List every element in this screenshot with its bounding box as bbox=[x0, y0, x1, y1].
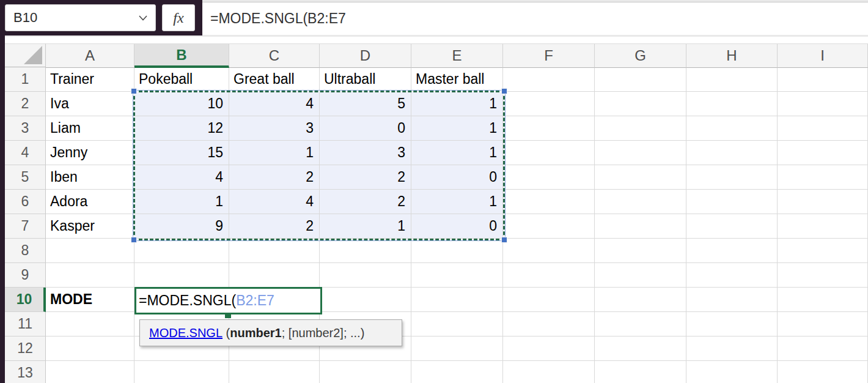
cell-I6[interactable] bbox=[778, 190, 868, 214]
cell-D4[interactable]: 3 bbox=[320, 141, 411, 165]
cell-E6[interactable]: 1 bbox=[411, 190, 503, 214]
cell-A5[interactable]: Iben bbox=[46, 165, 134, 190]
row-header-2[interactable]: 2 bbox=[5, 92, 46, 116]
cell-C3[interactable]: 3 bbox=[229, 116, 320, 141]
cell-E13[interactable] bbox=[411, 361, 503, 383]
cell-C7[interactable]: 2 bbox=[229, 214, 320, 239]
cell-F4[interactable] bbox=[503, 141, 595, 165]
cell-A4[interactable]: Jenny bbox=[46, 141, 134, 165]
cell-I11[interactable] bbox=[778, 312, 868, 337]
cell-C2[interactable]: 4 bbox=[229, 92, 320, 116]
cell-A12[interactable] bbox=[46, 337, 134, 361]
cell-H12[interactable] bbox=[686, 337, 778, 361]
cell-I9[interactable] bbox=[778, 263, 868, 288]
cell-H6[interactable] bbox=[686, 190, 778, 214]
cell-I13[interactable] bbox=[778, 361, 868, 383]
cell-C1[interactable]: Great ball bbox=[229, 67, 320, 92]
cell-B4[interactable]: 15 bbox=[134, 141, 229, 165]
cell-B2[interactable]: 10 bbox=[134, 92, 229, 116]
row-header-11[interactable]: 11 bbox=[5, 312, 46, 337]
cell-H3[interactable] bbox=[686, 116, 778, 141]
cell-G12[interactable] bbox=[595, 337, 686, 361]
cell-E9[interactable] bbox=[411, 263, 503, 288]
cell-E1[interactable]: Master ball bbox=[411, 67, 503, 92]
cell-F5[interactable] bbox=[503, 165, 595, 190]
name-box[interactable]: B10 bbox=[5, 4, 156, 31]
column-header-G[interactable]: G bbox=[595, 44, 686, 68]
cell-E11[interactable] bbox=[411, 312, 503, 337]
cell-F12[interactable] bbox=[503, 337, 595, 361]
row-header-5[interactable]: 5 bbox=[5, 165, 46, 190]
row-header-10[interactable]: 10 bbox=[5, 288, 46, 312]
cell-D3[interactable]: 0 bbox=[320, 116, 411, 141]
function-help-link[interactable]: MODE.SNGL bbox=[149, 326, 223, 340]
column-header-B[interactable]: B bbox=[134, 44, 229, 68]
cell-B1[interactable]: Pokeball bbox=[134, 67, 229, 92]
cell-H1[interactable] bbox=[686, 67, 778, 92]
cell-F6[interactable] bbox=[503, 190, 595, 214]
cell-D6[interactable]: 2 bbox=[320, 190, 411, 214]
cell-A9[interactable] bbox=[46, 263, 134, 288]
insert-function-button[interactable]: fx bbox=[162, 4, 195, 31]
cell-fill-handle[interactable] bbox=[225, 313, 231, 318]
chevron-down-icon[interactable] bbox=[138, 15, 148, 21]
cell-A1[interactable]: Trainer bbox=[46, 67, 134, 92]
cell-D9[interactable] bbox=[320, 263, 411, 288]
cell-E3[interactable]: 1 bbox=[411, 116, 503, 141]
cell-F2[interactable] bbox=[503, 92, 595, 116]
cell-A8[interactable] bbox=[46, 239, 134, 263]
cell-G1[interactable] bbox=[595, 67, 686, 92]
cell-D13[interactable] bbox=[320, 361, 411, 383]
column-header-F[interactable]: F bbox=[503, 44, 595, 68]
cell-F10[interactable] bbox=[503, 288, 595, 312]
cell-A6[interactable]: Adora bbox=[46, 190, 134, 214]
cell-H11[interactable] bbox=[686, 312, 778, 337]
cell-E2[interactable]: 1 bbox=[411, 92, 503, 116]
row-header-7[interactable]: 7 bbox=[5, 214, 46, 239]
column-header-H[interactable]: H bbox=[686, 44, 778, 68]
cell-A13[interactable] bbox=[46, 361, 134, 383]
cell-A2[interactable]: Iva bbox=[46, 92, 134, 116]
cell-I1[interactable] bbox=[778, 67, 868, 92]
cell-I5[interactable] bbox=[778, 165, 868, 190]
cell-F3[interactable] bbox=[503, 116, 595, 141]
cell-G11[interactable] bbox=[595, 312, 686, 337]
cell-D10[interactable] bbox=[320, 288, 411, 312]
cell-B3[interactable]: 12 bbox=[134, 116, 229, 141]
cell-C4[interactable]: 1 bbox=[229, 141, 320, 165]
cell-D5[interactable]: 2 bbox=[320, 165, 411, 190]
cell-B5[interactable]: 4 bbox=[134, 165, 229, 190]
cell-G7[interactable] bbox=[595, 214, 686, 239]
cell-H7[interactable] bbox=[686, 214, 778, 239]
cell-C6[interactable]: 4 bbox=[229, 190, 320, 214]
cell-F7[interactable] bbox=[503, 214, 595, 239]
cell-D2[interactable]: 5 bbox=[320, 92, 411, 116]
cell-I12[interactable] bbox=[778, 337, 868, 361]
cell-H10[interactable] bbox=[686, 288, 778, 312]
row-header-6[interactable]: 6 bbox=[5, 190, 46, 214]
row-header-12[interactable]: 12 bbox=[5, 337, 46, 361]
cell-A7[interactable]: Kasper bbox=[46, 214, 134, 239]
cell-F8[interactable] bbox=[503, 239, 595, 263]
column-header-C[interactable]: C bbox=[229, 44, 320, 68]
cell-G3[interactable] bbox=[595, 116, 686, 141]
column-header-E[interactable]: E bbox=[411, 44, 503, 68]
row-header-3[interactable]: 3 bbox=[5, 116, 46, 141]
cell-G5[interactable] bbox=[595, 165, 686, 190]
cell-F1[interactable] bbox=[503, 67, 595, 92]
cell-B13[interactable] bbox=[134, 361, 229, 383]
cell-E8[interactable] bbox=[411, 239, 503, 263]
column-header-D[interactable]: D bbox=[320, 44, 411, 68]
row-header-9[interactable]: 9 bbox=[5, 263, 46, 288]
cell-B7[interactable]: 9 bbox=[134, 214, 229, 239]
formula-bar-input[interactable]: =MODE.SNGL(B2:E7 bbox=[202, 2, 868, 35]
cell-I8[interactable] bbox=[778, 239, 868, 263]
cell-G4[interactable] bbox=[595, 141, 686, 165]
cell-H9[interactable] bbox=[686, 263, 778, 288]
cell-C5[interactable]: 2 bbox=[229, 165, 320, 190]
cell-I10[interactable] bbox=[778, 288, 868, 312]
cell-G6[interactable] bbox=[595, 190, 686, 214]
row-header-4[interactable]: 4 bbox=[5, 141, 46, 165]
cell-B9[interactable] bbox=[134, 263, 229, 288]
row-header-8[interactable]: 8 bbox=[5, 239, 46, 263]
